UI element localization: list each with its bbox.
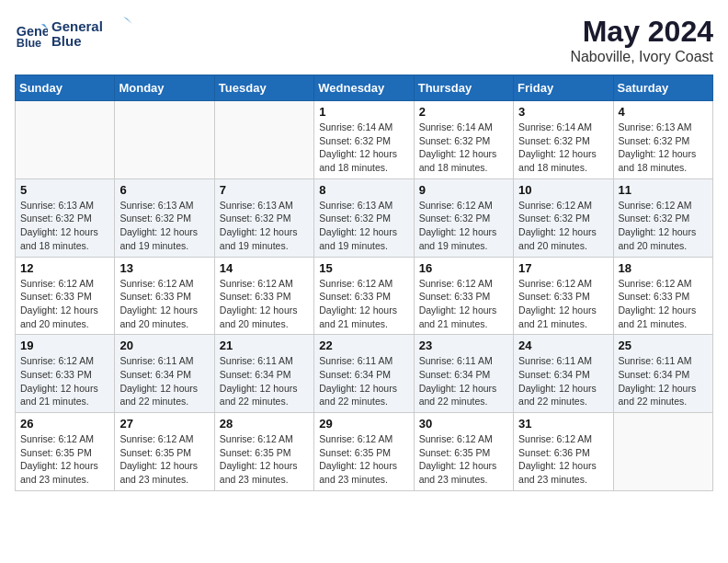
day-number: 15: [319, 261, 408, 275]
day-number: 13: [119, 261, 209, 275]
logo: General Blue General Blue: [15, 15, 134, 53]
day-info: Sunrise: 6:14 AM Sunset: 6:32 PM Dayligh…: [518, 121, 608, 175]
day-info: Sunrise: 6:12 AM Sunset: 6:33 PM Dayligh…: [419, 277, 508, 331]
calendar-cell: 2Sunrise: 6:14 AM Sunset: 6:32 PM Daylig…: [414, 101, 513, 179]
calendar-cell: 10Sunrise: 6:12 AM Sunset: 6:32 PM Dayli…: [514, 178, 613, 257]
page-header: General Blue General Blue May 2024 Nabov…: [15, 15, 713, 65]
calendar-cell: 28Sunrise: 6:12 AM Sunset: 6:35 PM Dayli…: [214, 413, 313, 491]
calendar-cell: 23Sunrise: 6:11 AM Sunset: 6:34 PM Dayli…: [414, 335, 513, 413]
calendar-cell: 9Sunrise: 6:12 AM Sunset: 6:32 PM Daylig…: [414, 178, 513, 257]
weekday-header-tuesday: Tuesday: [214, 75, 313, 101]
day-number: 10: [518, 183, 608, 197]
day-number: 23: [419, 339, 508, 352]
day-number: 30: [419, 417, 508, 431]
day-info: Sunrise: 6:12 AM Sunset: 6:36 PM Dayligh…: [518, 432, 608, 487]
day-number: 14: [220, 261, 309, 275]
day-info: Sunrise: 6:14 AM Sunset: 6:32 PM Dayligh…: [419, 121, 508, 175]
day-number: 11: [619, 183, 708, 197]
calendar-cell: 19Sunrise: 6:12 AM Sunset: 6:33 PM Dayli…: [16, 335, 115, 413]
day-info: Sunrise: 6:12 AM Sunset: 6:35 PM Dayligh…: [20, 432, 109, 487]
svg-marker-4: [123, 17, 132, 24]
day-info: Sunrise: 6:12 AM Sunset: 6:33 PM Dayligh…: [619, 277, 708, 331]
day-info: Sunrise: 6:11 AM Sunset: 6:34 PM Dayligh…: [419, 354, 508, 408]
calendar-cell: 16Sunrise: 6:12 AM Sunset: 6:33 PM Dayli…: [414, 257, 513, 335]
day-info: Sunrise: 6:12 AM Sunset: 6:32 PM Dayligh…: [518, 199, 608, 253]
day-info: Sunrise: 6:12 AM Sunset: 6:33 PM Dayligh…: [220, 277, 309, 331]
day-number: 6: [119, 183, 209, 197]
calendar-cell: 22Sunrise: 6:11 AM Sunset: 6:34 PM Dayli…: [314, 335, 414, 413]
calendar-cell: 31Sunrise: 6:12 AM Sunset: 6:36 PM Dayli…: [514, 413, 613, 491]
calendar-week-1: 1Sunrise: 6:14 AM Sunset: 6:32 PM Daylig…: [16, 101, 713, 179]
calendar-cell: 3Sunrise: 6:14 AM Sunset: 6:32 PM Daylig…: [514, 101, 613, 179]
day-number: 31: [518, 417, 608, 431]
calendar-cell: 7Sunrise: 6:13 AM Sunset: 6:32 PM Daylig…: [214, 178, 313, 257]
calendar-cell: 4Sunrise: 6:13 AM Sunset: 6:32 PM Daylig…: [613, 101, 712, 179]
day-number: 27: [119, 417, 209, 431]
day-info: Sunrise: 6:12 AM Sunset: 6:33 PM Dayligh…: [20, 354, 109, 408]
day-number: 21: [220, 339, 309, 352]
day-number: 12: [20, 261, 109, 275]
calendar-cell: 17Sunrise: 6:12 AM Sunset: 6:33 PM Dayli…: [514, 257, 613, 335]
svg-text:General: General: [17, 24, 48, 39]
weekday-header-sunday: Sunday: [16, 75, 115, 101]
day-number: 2: [419, 105, 508, 119]
location-subtitle: Naboville, Ivory Coast: [570, 49, 713, 65]
calendar-cell: [115, 101, 214, 179]
month-year-title: May 2024: [570, 15, 713, 49]
day-info: Sunrise: 6:11 AM Sunset: 6:34 PM Dayligh…: [319, 354, 408, 408]
calendar-cell: [214, 101, 313, 179]
day-info: Sunrise: 6:13 AM Sunset: 6:32 PM Dayligh…: [619, 121, 708, 175]
calendar-cell: [16, 101, 115, 179]
calendar-cell: 6Sunrise: 6:13 AM Sunset: 6:32 PM Daylig…: [115, 178, 214, 257]
day-number: 22: [319, 339, 408, 352]
day-info: Sunrise: 6:12 AM Sunset: 6:33 PM Dayligh…: [119, 277, 209, 331]
calendar-cell: 21Sunrise: 6:11 AM Sunset: 6:34 PM Dayli…: [214, 335, 313, 413]
day-info: Sunrise: 6:12 AM Sunset: 6:33 PM Dayligh…: [518, 277, 608, 331]
calendar-cell: 24Sunrise: 6:11 AM Sunset: 6:34 PM Dayli…: [514, 335, 613, 413]
day-number: 1: [319, 105, 408, 119]
day-number: 3: [518, 105, 608, 119]
day-info: Sunrise: 6:12 AM Sunset: 6:35 PM Dayligh…: [419, 432, 508, 487]
svg-text:General: General: [51, 18, 103, 34]
svg-text:Blue: Blue: [17, 37, 41, 50]
calendar-cell: 29Sunrise: 6:12 AM Sunset: 6:35 PM Dayli…: [314, 413, 414, 491]
day-number: 25: [619, 339, 708, 352]
calendar-cell: [613, 413, 712, 491]
weekday-header-friday: Friday: [514, 75, 613, 101]
day-info: Sunrise: 6:13 AM Sunset: 6:32 PM Dayligh…: [20, 199, 109, 253]
day-number: 24: [518, 339, 608, 352]
day-number: 26: [20, 417, 109, 431]
day-info: Sunrise: 6:13 AM Sunset: 6:32 PM Dayligh…: [220, 199, 309, 253]
day-number: 29: [319, 417, 408, 431]
calendar-cell: 20Sunrise: 6:11 AM Sunset: 6:34 PM Dayli…: [115, 335, 214, 413]
calendar-cell: 12Sunrise: 6:12 AM Sunset: 6:33 PM Dayli…: [16, 257, 115, 335]
day-number: 16: [419, 261, 508, 275]
logo-text-line1: General Blue: [51, 15, 134, 53]
day-number: 20: [119, 339, 209, 352]
calendar-week-5: 26Sunrise: 6:12 AM Sunset: 6:35 PM Dayli…: [16, 413, 713, 491]
calendar-cell: 15Sunrise: 6:12 AM Sunset: 6:33 PM Dayli…: [314, 257, 414, 335]
day-info: Sunrise: 6:12 AM Sunset: 6:35 PM Dayligh…: [119, 432, 209, 487]
calendar-cell: 27Sunrise: 6:12 AM Sunset: 6:35 PM Dayli…: [115, 413, 214, 491]
day-info: Sunrise: 6:11 AM Sunset: 6:34 PM Dayligh…: [220, 354, 309, 408]
calendar-week-3: 12Sunrise: 6:12 AM Sunset: 6:33 PM Dayli…: [16, 257, 713, 335]
day-number: 28: [220, 417, 309, 431]
calendar-table: SundayMondayTuesdayWednesdayThursdayFrid…: [15, 75, 713, 491]
title-block: May 2024 Naboville, Ivory Coast: [570, 15, 713, 65]
weekday-header-row: SundayMondayTuesdayWednesdayThursdayFrid…: [16, 75, 713, 101]
day-number: 19: [20, 339, 109, 352]
day-info: Sunrise: 6:14 AM Sunset: 6:32 PM Dayligh…: [319, 121, 408, 175]
day-info: Sunrise: 6:12 AM Sunset: 6:33 PM Dayligh…: [20, 277, 109, 331]
calendar-cell: 13Sunrise: 6:12 AM Sunset: 6:33 PM Dayli…: [115, 257, 214, 335]
calendar-cell: 30Sunrise: 6:12 AM Sunset: 6:35 PM Dayli…: [414, 413, 513, 491]
weekday-header-thursday: Thursday: [414, 75, 513, 101]
day-info: Sunrise: 6:13 AM Sunset: 6:32 PM Dayligh…: [319, 199, 408, 253]
day-info: Sunrise: 6:13 AM Sunset: 6:32 PM Dayligh…: [119, 199, 209, 253]
weekday-header-saturday: Saturday: [613, 75, 712, 101]
calendar-cell: 8Sunrise: 6:13 AM Sunset: 6:32 PM Daylig…: [314, 178, 414, 257]
logo-icon: General Blue: [15, 17, 48, 51]
day-number: 9: [419, 183, 508, 197]
calendar-cell: 25Sunrise: 6:11 AM Sunset: 6:34 PM Dayli…: [613, 335, 712, 413]
calendar-cell: 1Sunrise: 6:14 AM Sunset: 6:32 PM Daylig…: [314, 101, 414, 179]
day-number: 17: [518, 261, 608, 275]
